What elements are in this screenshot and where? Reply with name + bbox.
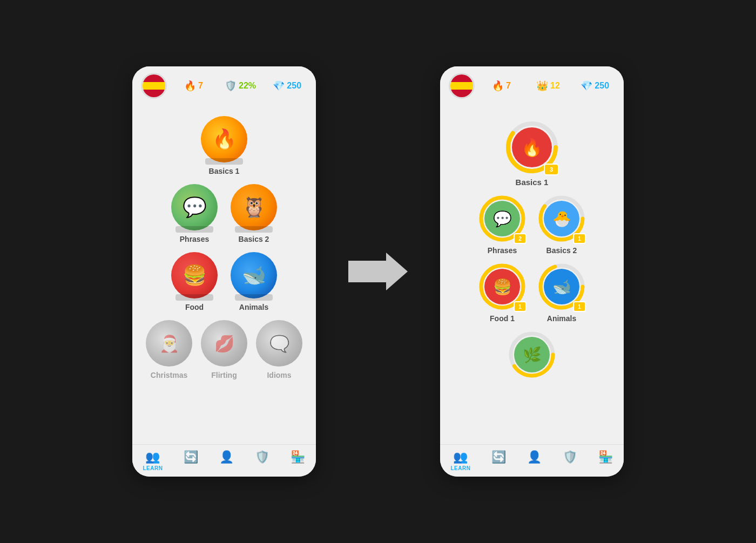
lesson-basics2[interactable]: 🦉 Basics 2 <box>231 184 277 243</box>
right-learn-icon: 👥 <box>453 450 468 464</box>
profile-icon: 👤 <box>219 450 234 464</box>
left-phone: 🔥 7 🛡️ 22% 💎 250 🔥 Basics 1 💬 <box>132 66 316 477</box>
lesson-animals[interactable]: 🐋 Animals <box>231 252 277 311</box>
league-value: 22% <box>239 81 256 91</box>
right-nav-learn[interactable]: 👥 LEARN <box>451 450 471 471</box>
lesson-basics1[interactable]: 🔥 Basics 1 <box>201 116 247 175</box>
league-stat: 🛡️ 22% <box>220 80 261 92</box>
right-nav-profile[interactable]: 👤 <box>527 450 542 471</box>
left-phone-content: 🔥 Basics 1 💬 Phrases 🦉 Basics 2 <box>132 105 316 444</box>
right-gems-value: 250 <box>595 81 609 91</box>
idioms-circle: 🗨️ <box>256 320 302 366</box>
animals-crown: 1 <box>573 301 586 312</box>
right-gem-icon: 💎 <box>580 80 592 92</box>
lesson-food[interactable]: 🍔 Food <box>171 252 218 311</box>
flirting-label: Flirting <box>211 371 237 379</box>
right-pair-2: 🍔 1 Food 1 🐋 1 Animals <box>479 263 585 323</box>
shield-nav-icon: 🛡️ <box>255 450 269 464</box>
nav-shop[interactable]: 🏪 <box>291 450 305 471</box>
basics1-crown: 3 <box>544 164 559 175</box>
right-basics2-label: Basics 2 <box>546 246 577 255</box>
nav-shield[interactable]: 🛡️ <box>255 450 269 471</box>
right-league-stat: 👑 12 <box>528 80 569 92</box>
next-inner: 🌿 <box>514 337 550 372</box>
basics1-label: Basics 1 <box>209 167 240 175</box>
basics1-circle: 🔥 <box>201 116 247 162</box>
lesson-phrases[interactable]: 💬 Phrases <box>171 184 218 243</box>
phrases-crown: 2 <box>514 233 526 244</box>
right-basics1-label: Basics 1 <box>516 178 549 187</box>
gem-icon: 💎 <box>273 80 285 92</box>
shop-icon: 🏪 <box>291 450 305 464</box>
right-animals-label: Animals <box>547 314 576 323</box>
food1-inner: 🍔 <box>484 269 520 304</box>
animals-label: Animals <box>239 303 268 311</box>
right-phone: 🔥 7 👑 12 💎 250 🔥 3 Basic <box>440 66 624 477</box>
right-gems-stat: 💎 250 <box>575 80 615 92</box>
right-lesson-basics2[interactable]: 🐣 1 Basics 2 <box>538 195 585 255</box>
lesson-pair-2: 🍔 Food 🐋 Animals <box>171 252 277 311</box>
basics1-inner: 🔥 <box>512 127 552 167</box>
right-next-lesson[interactable]: 🌿 <box>509 331 555 378</box>
lesson-idioms: 🗨️ Idioms <box>256 320 302 379</box>
practice-icon: 🔄 <box>184 450 198 464</box>
right-fire-icon: 🔥 <box>492 80 504 92</box>
christmas-label: Christmas <box>151 371 187 379</box>
right-lesson-phrases[interactable]: 💬 2 Phrases <box>479 195 525 255</box>
basics2-label: Basics 2 <box>239 235 269 243</box>
arrow-icon <box>348 253 408 290</box>
right-league-value: 12 <box>550 81 560 91</box>
phrases-inner: 💬 <box>484 201 520 236</box>
right-streak-value: 7 <box>506 81 511 91</box>
right-crown-icon: 👑 <box>536 80 548 92</box>
animals-inner: 🐋 <box>544 269 579 304</box>
right-shop-icon: 🏪 <box>598 450 613 464</box>
nav-learn[interactable]: 👥 LEARN <box>143 450 163 471</box>
basics2-circle: 🦉 <box>231 184 277 230</box>
food-label: Food <box>185 303 204 311</box>
next-ring-container: 🌿 <box>509 331 555 378</box>
right-profile-icon: 👤 <box>527 450 542 464</box>
right-lesson-animals[interactable]: 🐋 1 Animals <box>538 263 585 323</box>
right-lesson-food1[interactable]: 🍔 1 Food 1 <box>479 263 525 323</box>
shield-icon: 🛡️ <box>225 80 237 92</box>
left-phone-nav: 👥 LEARN 🔄 👤 🛡️ 🏪 <box>132 444 316 477</box>
basics1-ring-container: 🔥 3 <box>506 121 558 173</box>
right-nav-shop[interactable]: 🏪 <box>598 450 613 471</box>
right-phone-content: 🔥 3 Basics 1 💬 2 Phrases <box>440 105 624 444</box>
flirting-circle: 💋 <box>201 320 247 366</box>
idioms-label: Idioms <box>267 371 291 379</box>
right-lesson-basics1[interactable]: 🔥 3 Basics 1 <box>506 121 558 187</box>
flag-spain[interactable] <box>141 73 167 99</box>
fire-icon: 🔥 <box>184 80 196 92</box>
right-learn-label: LEARN <box>451 465 471 471</box>
right-nav-practice[interactable]: 🔄 <box>491 450 506 471</box>
right-nav-shield[interactable]: 🛡️ <box>563 450 577 471</box>
right-phone-nav: 👥 LEARN 🔄 👤 🛡️ 🏪 <box>440 444 624 477</box>
food1-crown: 1 <box>514 301 526 312</box>
right-flag-spain[interactable] <box>449 73 475 99</box>
right-food1-label: Food 1 <box>490 314 515 323</box>
basics2-ring-container: 🐣 1 <box>538 195 585 242</box>
lesson-pair-1: 💬 Phrases 🦉 Basics 2 <box>171 184 277 243</box>
streak-stat: 🔥 7 <box>173 80 214 92</box>
right-phone-header: 🔥 7 👑 12 💎 250 <box>440 66 624 105</box>
right-streak-stat: 🔥 7 <box>481 80 522 92</box>
animals-ring-container: 🐋 1 <box>538 263 585 310</box>
streak-value: 7 <box>198 81 203 91</box>
arrow-container <box>348 253 408 290</box>
phrases-label: Phrases <box>180 235 209 243</box>
christmas-circle: 🎅 <box>146 320 192 366</box>
gems-value: 250 <box>287 81 301 91</box>
gems-stat: 💎 250 <box>267 80 307 92</box>
nav-practice[interactable]: 🔄 <box>184 450 198 471</box>
nav-profile[interactable]: 👤 <box>219 450 234 471</box>
food1-ring-container: 🍔 1 <box>479 263 525 310</box>
left-phone-header: 🔥 7 🛡️ 22% 💎 250 <box>132 66 316 105</box>
svg-marker-0 <box>348 253 408 290</box>
learn-icon: 👥 <box>145 450 160 464</box>
right-pair-1: 💬 2 Phrases 🐣 1 Basics 2 <box>479 195 585 255</box>
right-shield-nav-icon: 🛡️ <box>563 450 577 464</box>
food-circle: 🍔 <box>171 252 218 298</box>
right-phrases-label: Phrases <box>488 246 517 255</box>
